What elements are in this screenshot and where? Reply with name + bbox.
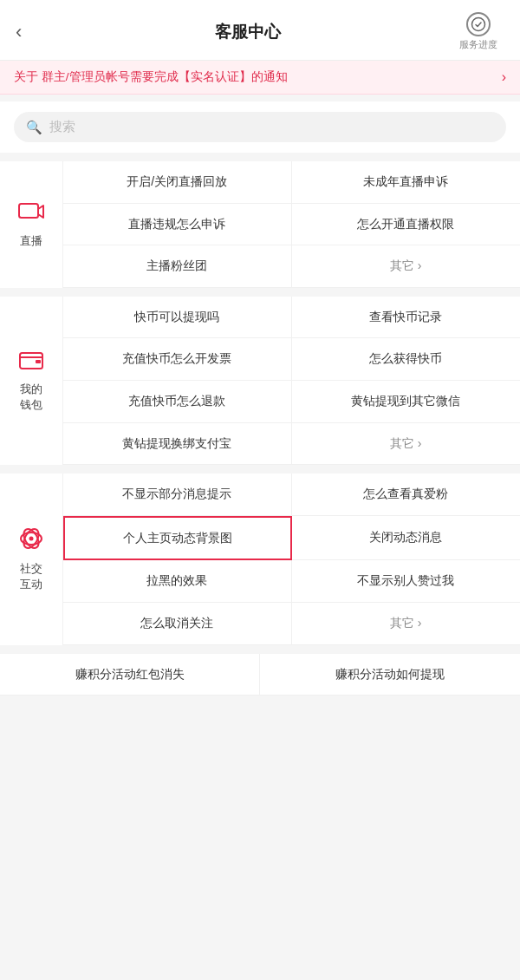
wallet-cell-1[interactable]: 查看快币记录 <box>292 297 521 339</box>
social-cell-0[interactable]: 不显示部分消息提示 <box>63 474 292 516</box>
back-icon: ‹ <box>16 21 22 43</box>
notice-text: 关于 群主/管理员帐号需要完成【实名认证】的通知 <box>14 69 495 85</box>
section-social: 社交互动 不显示部分消息提示 怎么查看真爱粉 个人主页动态背景图 关闭动态消息 … <box>0 474 520 644</box>
wallet-cell-7[interactable]: 其它 › <box>292 423 521 466</box>
notice-banner[interactable]: 关于 群主/管理员帐号需要完成【实名认证】的通知 › <box>0 61 520 95</box>
social-cell-5[interactable]: 不显示别人赞过我 <box>292 560 521 603</box>
service-progress-label: 服务进度 <box>459 38 497 51</box>
search-icon: 🔍 <box>26 120 42 135</box>
service-progress-button[interactable]: 服务进度 <box>452 12 504 51</box>
social-cell-1[interactable]: 怎么查看真爱粉 <box>292 474 521 516</box>
svg-point-7 <box>29 537 34 541</box>
wallet-icon <box>18 348 44 378</box>
wallet-cell-6[interactable]: 黄钻提现换绑支付宝 <box>63 423 292 466</box>
wallet-grid: 快币可以提现吗 查看快币记录 充值快币怎么开发票 怎么获得快币 充值快币怎么退款… <box>62 297 520 465</box>
bottom-cell-1[interactable]: 赚积分活动如何提现 <box>260 654 520 696</box>
wallet-cell-0[interactable]: 快币可以提现吗 <box>63 297 292 339</box>
section-name-live: 直播 <box>20 233 42 249</box>
section-name-social: 社交互动 <box>20 561 42 592</box>
social-cell-7[interactable]: 其它 › <box>292 603 521 645</box>
section-bottom: 赚积分活动红包消失 赚积分活动如何提现 <box>0 654 520 696</box>
live-cell-1[interactable]: 未成年直播申诉 <box>292 161 521 204</box>
live-cell-0[interactable]: 开启/关闭直播回放 <box>63 161 292 204</box>
header: ‹ 客服中心 服务进度 <box>0 0 520 61</box>
live-cell-2[interactable]: 直播违规怎么申诉 <box>63 204 292 246</box>
wallet-cell-2[interactable]: 充值快币怎么开发票 <box>63 338 292 381</box>
live-grid: 开启/关闭直播回放 未成年直播申诉 直播违规怎么申诉 怎么开通直播权限 主播粉丝… <box>62 161 520 288</box>
section-live: 直播 开启/关闭直播回放 未成年直播申诉 直播违规怎么申诉 怎么开通直播权限 主… <box>0 161 520 288</box>
social-cell-4[interactable]: 拉黑的效果 <box>63 560 292 603</box>
social-cell-6[interactable]: 怎么取消关注 <box>63 603 292 645</box>
search-section: 🔍 搜索 <box>0 101 520 153</box>
svg-point-0 <box>472 18 485 31</box>
section-label-social: 社交互动 <box>0 474 62 644</box>
social-cell-3[interactable]: 关闭动态消息 <box>292 516 521 561</box>
bottom-cell-0[interactable]: 赚积分活动红包消失 <box>0 654 260 696</box>
wallet-cell-3[interactable]: 怎么获得快币 <box>292 338 521 381</box>
live-cell-4[interactable]: 主播粉丝团 <box>63 245 292 288</box>
back-button[interactable]: ‹ <box>16 21 43 43</box>
social-cell-2[interactable]: 个人主页动态背景图 <box>63 516 292 561</box>
social-icon <box>18 526 44 558</box>
search-bar[interactable]: 🔍 搜索 <box>14 112 506 142</box>
page-title: 客服中心 <box>43 21 452 43</box>
wallet-cell-5[interactable]: 黄钻提现到其它微信 <box>292 381 521 423</box>
live-cell-3[interactable]: 怎么开通直播权限 <box>292 204 521 246</box>
live-cell-5[interactable]: 其它 › <box>292 245 521 288</box>
section-name-wallet: 我的钱包 <box>20 382 42 413</box>
section-wallet: 我的钱包 快币可以提现吗 查看快币记录 充值快币怎么开发票 怎么获得快币 充值快… <box>0 297 520 465</box>
social-grid: 不显示部分消息提示 怎么查看真爱粉 个人主页动态背景图 关闭动态消息 拉黑的效果… <box>62 474 520 644</box>
notice-arrow-icon: › <box>502 69 506 85</box>
search-placeholder: 搜索 <box>49 119 75 135</box>
section-label-live: 直播 <box>0 161 62 288</box>
svg-rect-3 <box>36 360 41 363</box>
live-icon <box>17 199 45 230</box>
svg-rect-1 <box>19 204 38 218</box>
service-progress-icon <box>466 12 491 36</box>
section-label-wallet: 我的钱包 <box>0 297 62 465</box>
wallet-cell-4[interactable]: 充值快币怎么退款 <box>63 381 292 423</box>
